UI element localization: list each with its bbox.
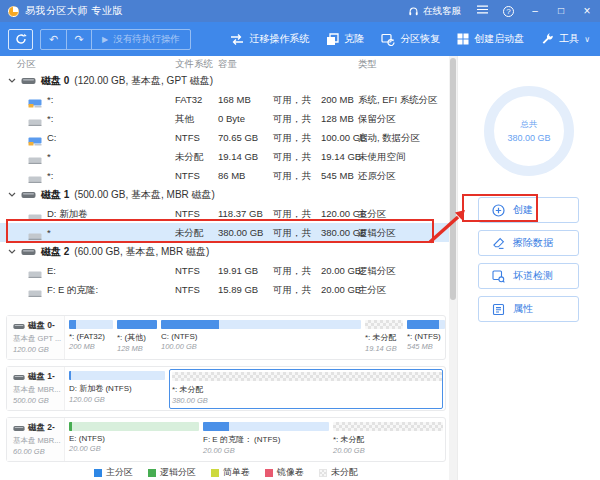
headset-icon (408, 6, 419, 17)
segment-size: 200 MB (69, 342, 113, 351)
disk1-map-name: 磁盘 1- (28, 371, 55, 383)
undo-button[interactable]: ↶ (41, 30, 66, 49)
partition-recovery-icon (381, 33, 395, 46)
donut-label: 总共 (521, 119, 538, 131)
properties-button[interactable]: 属性 (478, 296, 579, 322)
boot-disk-icon (457, 33, 469, 45)
partition-type: 逻辑分区 (358, 261, 396, 280)
disk2-segment-e[interactable]: E: (NTFS) 20.00 GB (69, 422, 199, 458)
partition-name: C: (47, 128, 57, 147)
partition-free: 118.37 GB (218, 204, 263, 223)
disk-icon (21, 191, 36, 199)
segment-size: 545 MB (407, 342, 445, 351)
disk0-card: 磁盘 0- 基本盘 GPT ... 120.00 GB *: (FAT32) 2… (6, 315, 446, 360)
disk1-segment-d[interactable]: D: 新加卷 (NTFS) 120.00 GB (69, 371, 165, 407)
sidebar: 总共 380.00 GB 创建 擦除数据 (457, 56, 600, 480)
disk-icon (13, 374, 25, 381)
capacity-separator: 可用，共 (273, 166, 311, 185)
disk1-map-size: 500.00 GB (13, 396, 64, 405)
segment-label: *: (NTFS) (407, 332, 445, 341)
eraser-icon (492, 237, 505, 250)
disk-icon (21, 77, 36, 85)
usage-bar (69, 371, 165, 380)
redo-button[interactable]: ↷ (66, 30, 91, 49)
help-icon[interactable]: ? (503, 6, 514, 17)
partition-fs: 其他 (175, 109, 194, 128)
disk0-segment-c[interactable]: C: (NTFS) 100.00 GB (161, 320, 361, 356)
disk2-map-name: 磁盘 2- (28, 422, 55, 434)
minimize-button[interactable]: – (522, 0, 548, 22)
play-icon: ▶ (102, 35, 108, 44)
disk0-segment-unallocated[interactable]: *: 未分配 19.14 GB (365, 320, 403, 356)
refresh-button[interactable] (8, 29, 33, 50)
create-button[interactable]: 创建 (478, 197, 579, 223)
partition-name: * (47, 223, 51, 242)
partition-total: 545 MB (321, 166, 354, 185)
disk0-card-label: 磁盘 0- 基本盘 GPT ... 120.00 GB (7, 316, 65, 359)
segment-size: 380.00 GB (172, 396, 442, 405)
disk2-map-size: 60.00 GB (13, 447, 64, 456)
disk-icon (13, 323, 25, 330)
scrollbar-thumb[interactable] (450, 58, 456, 300)
segment-size: 128 MB (117, 344, 157, 353)
chevron-down-icon (8, 249, 16, 254)
partition-fs: 未分配 (175, 223, 204, 242)
pending-operations-button[interactable]: ▶ 没有待执行操作 (91, 30, 190, 49)
partition-free: 70.65 GB (218, 128, 258, 147)
usage-bar (117, 320, 157, 329)
capacity-separator: 可用，共 (273, 261, 311, 280)
toolbar: ↶ ↷ ▶ 没有待执行操作 迁移操作系统 克隆 (0, 22, 600, 56)
disk0-map-kind: 基本盘 GPT ... (13, 334, 64, 344)
table-header: 分区 文件系统 容量 类型 (0, 56, 449, 71)
disk-check-icon (492, 270, 505, 283)
disk1-segment-unallocated-selected[interactable]: *: 未分配 380.00 GB (169, 369, 443, 409)
segment-label: *: (FAT32) (69, 332, 113, 341)
disk2-segment-f[interactable]: F: E 的克隆： (NTFS) 20.00 GB (203, 422, 329, 458)
online-service-button[interactable]: 在线客服 (400, 5, 469, 18)
partition-free: 15.89 GB (218, 280, 258, 299)
partition-total: 20.00 GB (321, 261, 361, 280)
disk2-card-label: 磁盘 2- 基本盘 MBR... 60.00 GB (7, 418, 65, 461)
capacity-separator: 可用，共 (273, 90, 311, 109)
disk0-segment-recovery[interactable]: *: (NTFS) 545 MB (407, 320, 445, 356)
disk2-segment-unallocated[interactable]: *: 未分配 20.00 GB (333, 422, 443, 458)
menu-icon[interactable] (469, 0, 495, 22)
logical-swatch (148, 469, 156, 477)
disk1-info: (500.00 GB, 基本盘, MBR 磁盘) (74, 185, 215, 204)
disk1-name: 磁盘 1 (41, 185, 69, 204)
close-button[interactable]: × (574, 0, 600, 22)
titlebar: 易我分区大师 专业版 在线客服 ? – □ × (0, 0, 600, 22)
partition-name: D: 新加卷 (47, 204, 88, 223)
erase-data-button[interactable]: 擦除数据 (478, 230, 579, 256)
create-boot-disk-button[interactable]: 创建启动盘 (457, 32, 524, 46)
unallocated-bar (365, 320, 403, 329)
disk0-map-name: 磁盘 0- (28, 320, 55, 332)
partition-recovery-button[interactable]: 分区恢复 (381, 32, 440, 46)
migrate-os-label: 迁移操作系统 (249, 32, 309, 46)
disk1-card-label: 磁盘 1- 基本盘 MBR... 500.00 GB (7, 367, 65, 410)
migrate-os-button[interactable]: 迁移操作系统 (230, 32, 309, 46)
segment-label: D: 新加卷 (NTFS) (69, 383, 165, 394)
disk1-group-header[interactable]: 磁盘 1 (500.00 GB, 基本盘, MBR 磁盘) (0, 185, 449, 204)
app-title: 易我分区大师 专业版 (25, 4, 123, 18)
maximize-button[interactable]: □ (548, 0, 574, 22)
chevron-down-icon (8, 192, 16, 197)
partition-total: 200 MB (321, 90, 354, 109)
segment-size: 20.00 GB (203, 446, 329, 455)
tools-button[interactable]: 工具 ∨ (541, 32, 590, 46)
disk0-group-header[interactable]: 磁盘 0 (120.00 GB, 基本盘, GPT 磁盘) (0, 71, 449, 90)
disk0-segment-efi[interactable]: *: (FAT32) 200 MB (69, 320, 113, 356)
col-filesystem: 文件系统 (175, 56, 213, 71)
segment-label: F: E 的克隆： (NTFS) (203, 434, 329, 445)
bad-sector-test-button[interactable]: 坏道检测 (478, 263, 579, 289)
disk2-group-header[interactable]: 磁盘 2 (60.00 GB, 基本盘, MBR 磁盘) (0, 242, 449, 261)
clone-button[interactable]: 克隆 (326, 32, 364, 46)
partition-fs: FAT32 (175, 90, 202, 109)
segment-label: E: (NTFS) (69, 434, 199, 443)
capacity-separator: 可用，共 (273, 280, 311, 299)
disk2-name: 磁盘 2 (41, 242, 69, 261)
vertical-scrollbar (449, 56, 457, 480)
partition-recovery-label: 分区恢复 (400, 32, 440, 46)
create-boot-disk-label: 创建启动盘 (474, 32, 524, 46)
disk0-segment-reserved[interactable]: *: (其他) 128 MB (117, 320, 157, 356)
